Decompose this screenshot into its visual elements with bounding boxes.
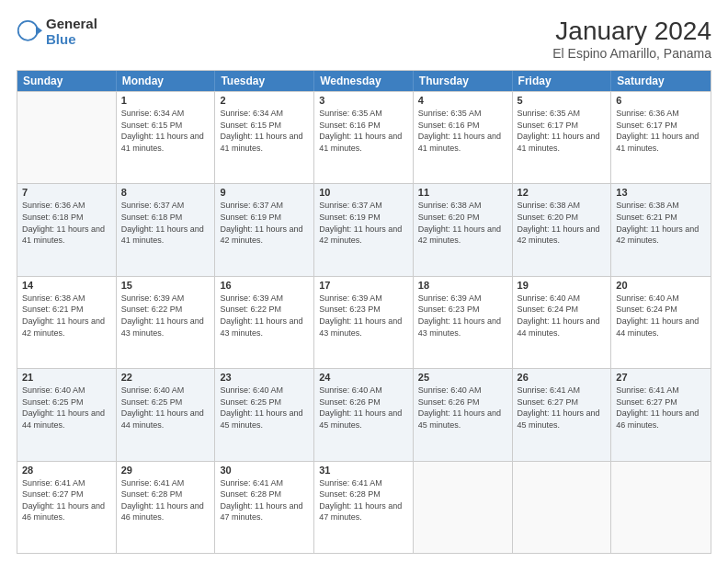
cal-cell-3-2: 23Sunrise: 6:40 AM Sunset: 6:25 PM Dayli… <box>215 369 314 460</box>
header-wednesday: Wednesday <box>314 71 414 91</box>
cal-cell-0-2: 2Sunrise: 6:34 AM Sunset: 6:15 PM Daylig… <box>215 92 314 183</box>
day-number: 10 <box>319 187 408 198</box>
day-number: 14 <box>22 280 111 291</box>
cal-cell-4-0: 28Sunrise: 6:41 AM Sunset: 6:27 PM Dayli… <box>17 462 117 553</box>
cal-cell-1-1: 8Sunrise: 6:37 AM Sunset: 6:18 PM Daylig… <box>117 184 216 275</box>
cell-info: Sunrise: 6:39 AM Sunset: 6:22 PM Dayligh… <box>220 293 309 339</box>
cell-info: Sunrise: 6:41 AM Sunset: 6:27 PM Dayligh… <box>518 385 607 431</box>
cell-info: Sunrise: 6:40 AM Sunset: 6:25 PM Dayligh… <box>22 385 111 431</box>
day-number: 2 <box>220 95 309 106</box>
cell-info: Sunrise: 6:37 AM Sunset: 6:19 PM Dayligh… <box>319 200 408 246</box>
cell-info: Sunrise: 6:41 AM Sunset: 6:28 PM Dayligh… <box>220 477 309 523</box>
cell-info: Sunrise: 6:40 AM Sunset: 6:24 PM Dayligh… <box>518 293 607 339</box>
day-number: 5 <box>518 95 607 106</box>
page: General Blue January 2024 El Espino Amar… <box>0 0 728 563</box>
day-number: 26 <box>518 372 607 383</box>
day-number: 31 <box>319 465 408 476</box>
cell-info: Sunrise: 6:34 AM Sunset: 6:15 PM Dayligh… <box>220 108 309 154</box>
cal-cell-2-0: 14Sunrise: 6:38 AM Sunset: 6:21 PM Dayli… <box>17 277 117 368</box>
cell-info: Sunrise: 6:38 AM Sunset: 6:20 PM Dayligh… <box>518 200 607 246</box>
day-number: 18 <box>418 280 507 291</box>
header-saturday: Saturday <box>611 71 711 91</box>
cell-info: Sunrise: 6:35 AM Sunset: 6:16 PM Dayligh… <box>418 108 507 154</box>
header-sunday: Sunday <box>17 71 117 91</box>
cal-cell-4-6 <box>611 462 711 553</box>
header-monday: Monday <box>117 71 216 91</box>
logo: General Blue <box>17 17 97 47</box>
day-number: 19 <box>518 280 607 291</box>
cal-cell-3-5: 26Sunrise: 6:41 AM Sunset: 6:27 PM Dayli… <box>513 369 612 460</box>
cell-info: Sunrise: 6:37 AM Sunset: 6:18 PM Dayligh… <box>121 200 210 246</box>
day-number: 29 <box>121 465 210 476</box>
cell-info: Sunrise: 6:36 AM Sunset: 6:17 PM Dayligh… <box>616 108 706 154</box>
cell-info: Sunrise: 6:38 AM Sunset: 6:20 PM Dayligh… <box>418 200 507 246</box>
cal-cell-2-1: 15Sunrise: 6:39 AM Sunset: 6:22 PM Dayli… <box>117 277 216 368</box>
cal-cell-4-4 <box>414 462 513 553</box>
day-number: 15 <box>121 280 210 291</box>
calendar: Sunday Monday Tuesday Wednesday Thursday… <box>17 70 711 554</box>
location: El Espino Amarillo, Panama <box>552 46 711 61</box>
cal-cell-2-5: 19Sunrise: 6:40 AM Sunset: 6:24 PM Dayli… <box>513 277 612 368</box>
cal-cell-0-1: 1Sunrise: 6:34 AM Sunset: 6:15 PM Daylig… <box>117 92 216 183</box>
cal-cell-3-4: 25Sunrise: 6:40 AM Sunset: 6:26 PM Dayli… <box>414 369 513 460</box>
cell-info: Sunrise: 6:40 AM Sunset: 6:25 PM Dayligh… <box>220 385 309 431</box>
cal-cell-2-6: 20Sunrise: 6:40 AM Sunset: 6:24 PM Dayli… <box>611 277 711 368</box>
week-row-0: 1Sunrise: 6:34 AM Sunset: 6:15 PM Daylig… <box>17 91 711 183</box>
header: General Blue January 2024 El Espino Amar… <box>17 17 711 61</box>
month-year: January 2024 <box>552 17 711 46</box>
cal-cell-0-0 <box>17 92 117 183</box>
day-number: 1 <box>121 95 210 106</box>
calendar-body: 1Sunrise: 6:34 AM Sunset: 6:15 PM Daylig… <box>17 91 711 553</box>
day-number: 21 <box>22 372 111 383</box>
cal-cell-1-0: 7Sunrise: 6:36 AM Sunset: 6:18 PM Daylig… <box>17 184 117 275</box>
day-number: 9 <box>220 187 309 198</box>
cell-info: Sunrise: 6:40 AM Sunset: 6:25 PM Dayligh… <box>121 385 210 431</box>
cell-info: Sunrise: 6:39 AM Sunset: 6:23 PM Dayligh… <box>319 293 408 339</box>
cal-cell-2-2: 16Sunrise: 6:39 AM Sunset: 6:22 PM Dayli… <box>215 277 314 368</box>
cal-cell-2-3: 17Sunrise: 6:39 AM Sunset: 6:23 PM Dayli… <box>314 277 414 368</box>
day-number: 27 <box>616 372 706 383</box>
cell-info: Sunrise: 6:36 AM Sunset: 6:18 PM Dayligh… <box>22 200 111 246</box>
week-row-1: 7Sunrise: 6:36 AM Sunset: 6:18 PM Daylig… <box>17 183 711 275</box>
header-thursday: Thursday <box>414 71 513 91</box>
cell-info: Sunrise: 6:39 AM Sunset: 6:23 PM Dayligh… <box>418 293 507 339</box>
day-number: 23 <box>220 372 309 383</box>
calendar-header: Sunday Monday Tuesday Wednesday Thursday… <box>17 71 711 91</box>
cal-cell-0-5: 5Sunrise: 6:35 AM Sunset: 6:17 PM Daylig… <box>513 92 612 183</box>
svg-marker-1 <box>36 26 42 36</box>
cell-info: Sunrise: 6:41 AM Sunset: 6:28 PM Dayligh… <box>121 477 210 523</box>
day-number: 20 <box>616 280 706 291</box>
cal-cell-0-3: 3Sunrise: 6:35 AM Sunset: 6:16 PM Daylig… <box>314 92 414 183</box>
cal-cell-4-2: 30Sunrise: 6:41 AM Sunset: 6:28 PM Dayli… <box>215 462 314 553</box>
cell-info: Sunrise: 6:34 AM Sunset: 6:15 PM Dayligh… <box>121 108 210 154</box>
week-row-3: 21Sunrise: 6:40 AM Sunset: 6:25 PM Dayli… <box>17 368 711 460</box>
day-number: 16 <box>220 280 309 291</box>
cell-info: Sunrise: 6:35 AM Sunset: 6:16 PM Dayligh… <box>319 108 408 154</box>
cal-cell-4-1: 29Sunrise: 6:41 AM Sunset: 6:28 PM Dayli… <box>117 462 216 553</box>
cal-cell-4-3: 31Sunrise: 6:41 AM Sunset: 6:28 PM Dayli… <box>314 462 414 553</box>
header-friday: Friday <box>513 71 612 91</box>
cell-info: Sunrise: 6:40 AM Sunset: 6:26 PM Dayligh… <box>319 385 408 431</box>
cal-cell-0-4: 4Sunrise: 6:35 AM Sunset: 6:16 PM Daylig… <box>414 92 513 183</box>
cal-cell-3-3: 24Sunrise: 6:40 AM Sunset: 6:26 PM Dayli… <box>314 369 414 460</box>
cell-info: Sunrise: 6:35 AM Sunset: 6:17 PM Dayligh… <box>518 108 607 154</box>
cell-info: Sunrise: 6:40 AM Sunset: 6:24 PM Dayligh… <box>616 293 706 339</box>
cell-info: Sunrise: 6:39 AM Sunset: 6:22 PM Dayligh… <box>121 293 210 339</box>
logo-icon <box>17 19 42 45</box>
cal-cell-3-0: 21Sunrise: 6:40 AM Sunset: 6:25 PM Dayli… <box>17 369 117 460</box>
cal-cell-1-6: 13Sunrise: 6:38 AM Sunset: 6:21 PM Dayli… <box>611 184 711 275</box>
day-number: 12 <box>518 187 607 198</box>
header-tuesday: Tuesday <box>215 71 314 91</box>
logo-blue: Blue <box>46 32 97 48</box>
logo-general: General <box>46 17 97 32</box>
cell-info: Sunrise: 6:38 AM Sunset: 6:21 PM Dayligh… <box>616 200 706 246</box>
cal-cell-3-1: 22Sunrise: 6:40 AM Sunset: 6:25 PM Dayli… <box>117 369 216 460</box>
day-number: 3 <box>319 95 408 106</box>
cell-info: Sunrise: 6:37 AM Sunset: 6:19 PM Dayligh… <box>220 200 309 246</box>
day-number: 11 <box>418 187 507 198</box>
cell-info: Sunrise: 6:41 AM Sunset: 6:27 PM Dayligh… <box>616 385 706 431</box>
day-number: 13 <box>616 187 706 198</box>
cal-cell-1-5: 12Sunrise: 6:38 AM Sunset: 6:20 PM Dayli… <box>513 184 612 275</box>
cal-cell-1-2: 9Sunrise: 6:37 AM Sunset: 6:19 PM Daylig… <box>215 184 314 275</box>
day-number: 8 <box>121 187 210 198</box>
